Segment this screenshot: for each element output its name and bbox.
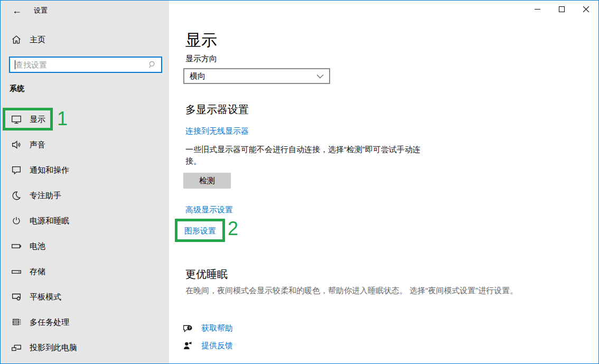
sidebar-item-label: 电源和睡眠 (30, 216, 69, 226)
sidebar: ← 设置 主页 系统 (1, 1, 169, 363)
detect-button[interactable]: 检测 (183, 173, 231, 189)
minimize-icon (535, 9, 540, 10)
multi-display-description: 一些旧式显示器可能不会进行自动连接，选择“检测”即可尝试手动连接。 (185, 144, 426, 167)
focus-assist-icon (11, 190, 22, 201)
multitasking-icon (11, 316, 22, 328)
sidebar-item-label: 平板模式 (30, 292, 61, 302)
night-light-heading: 更优睡眠 (185, 267, 228, 282)
connect-wireless-display-link[interactable]: 连接到无线显示器 (185, 126, 249, 136)
search-input[interactable] (15, 60, 148, 69)
graphics-settings-link[interactable]: 图形设置 (184, 226, 216, 236)
sidebar-item-label: 存储 (30, 267, 45, 277)
app-title: 设置 (34, 6, 48, 15)
sidebar-item-focus-assist[interactable]: 专注助手 (1, 183, 169, 208)
window-controls (525, 1, 598, 17)
feedback-label: 提供反馈 (201, 341, 233, 351)
sidebar-item-label: 投影到此电脑 (30, 343, 77, 353)
sidebar-item-power-sleep[interactable]: 电源和睡眠 (1, 208, 169, 234)
orientation-label: 显示方向 (185, 54, 217, 64)
power-sleep-icon (11, 215, 22, 227)
sidebar-item-battery[interactable]: 电池 (1, 234, 169, 259)
search-icon[interactable] (148, 60, 157, 69)
sidebar-item-storage[interactable]: 存储 (1, 259, 169, 284)
sidebar-item-label: 通知和操作 (30, 165, 69, 175)
feedback-link[interactable]: 提供反馈 (182, 340, 233, 351)
sidebar-item-label: 声音 (30, 140, 45, 150)
display-icon (11, 114, 22, 125)
sidebar-nav: 显示 声音 通知和操作 (1, 107, 169, 360)
chevron-down-icon (316, 74, 324, 79)
feedback-person-icon (182, 340, 193, 351)
sidebar-item-tablet-mode[interactable]: 平板模式 (1, 284, 169, 310)
maximize-icon (559, 6, 565, 12)
orientation-value: 横向 (190, 71, 205, 81)
annotation-number-step1: 1 (57, 109, 68, 128)
page-title: 显示 (185, 30, 217, 51)
night-light-description: 在晚间，夜间模式会显示较柔和的暖色，帮助你进入睡眠状态。 选择“夜间模式设置”进… (185, 286, 518, 296)
tablet-mode-icon (11, 291, 22, 303)
svg-text:?: ? (189, 326, 191, 330)
sidebar-item-notifications[interactable]: 通知和操作 (1, 157, 169, 183)
sidebar-item-project-to-pc[interactable]: 投影到此电脑 (1, 335, 169, 360)
sidebar-item-multitasking[interactable]: 多任务处理 (1, 310, 169, 335)
storage-icon (11, 266, 22, 277)
sidebar-item-label: 电池 (30, 241, 45, 251)
multi-display-heading: 多显示器设置 (185, 102, 249, 117)
sidebar-item-label: 多任务处理 (30, 318, 69, 328)
back-button[interactable]: ← (8, 4, 26, 17)
get-help-link[interactable]: ? 获取帮助 (182, 323, 233, 334)
help-bubble-icon: ? (182, 323, 193, 334)
sidebar-item-home[interactable]: 主页 (1, 31, 169, 48)
sidebar-item-sound[interactable]: 声音 (1, 132, 169, 157)
back-arrow-icon: ← (12, 5, 22, 16)
sound-icon (11, 139, 22, 151)
home-icon (11, 34, 22, 45)
advanced-display-settings-link[interactable]: 高级显示设置 (185, 205, 233, 215)
get-help-label: 获取帮助 (201, 323, 233, 333)
notifications-icon (11, 164, 22, 176)
sidebar-item-display[interactable]: 显示 (1, 107, 169, 132)
sidebar-item-label: 显示 (30, 115, 45, 125)
battery-icon (11, 240, 22, 252)
annotation-number-step2: 2 (228, 219, 238, 238)
close-icon (583, 6, 589, 13)
sidebar-item-label: 主页 (30, 35, 45, 45)
search-box[interactable] (9, 57, 162, 73)
sidebar-item-label: 专注助手 (30, 191, 61, 201)
sidebar-section-system: 系统 (10, 84, 24, 94)
orientation-dropdown[interactable]: 横向 (183, 68, 330, 84)
project-to-pc-icon (11, 342, 22, 353)
maximize-button[interactable] (549, 1, 574, 17)
settings-window: ← 设置 主页 系统 (0, 0, 599, 364)
minimize-button[interactable] (525, 1, 549, 17)
close-button[interactable] (574, 1, 598, 17)
